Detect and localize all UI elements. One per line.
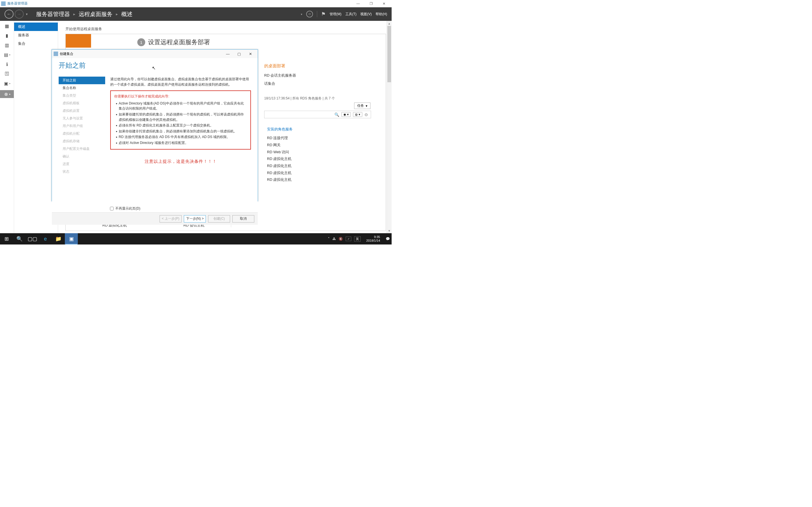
header-chevron-icon[interactable]: ▾ bbox=[301, 13, 302, 16]
breadcrumb-item[interactable]: 远程桌面服务 bbox=[79, 10, 112, 18]
nav-item-overview[interactable]: 概述 bbox=[14, 22, 58, 31]
dont-show-checkbox[interactable] bbox=[110, 207, 114, 210]
chevron-down-icon: ▾ bbox=[366, 104, 367, 108]
menu-view[interactable]: 视图(V) bbox=[360, 12, 371, 17]
all-servers-icon[interactable]: ▥ bbox=[4, 42, 10, 48]
red-note: 注意以上提示，这是先决条件！！！ bbox=[110, 158, 251, 165]
search-icon[interactable]: 🔍 bbox=[335, 112, 339, 117]
task-view-icon[interactable]: ▢▢ bbox=[26, 233, 39, 244]
server-manager-taskbar-icon[interactable]: ▣ bbox=[65, 233, 78, 244]
breadcrumb-sep-icon: ▸ bbox=[73, 12, 75, 16]
modal-maximize-button[interactable]: ▢ bbox=[234, 50, 245, 58]
clock[interactable]: 9:35 2018/1/14 bbox=[363, 235, 383, 242]
requirements-intro: 你需要执行以下操作才能完成此向导: bbox=[114, 94, 247, 99]
cancel-button[interactable]: 取消 bbox=[232, 215, 254, 223]
requirement-item: 必须对 Active Directory 域服务进行相应配置。 bbox=[116, 140, 247, 146]
wizard-page-heading: 开始之前 bbox=[59, 61, 251, 70]
wizard-step: 用户配置文件磁盘 bbox=[59, 145, 105, 153]
window-maximize-button[interactable]: ❐ bbox=[364, 0, 377, 7]
wizard-step: 虚拟机设置 bbox=[59, 107, 105, 115]
roles-column-header[interactable]: 安装的角色服务 bbox=[267, 127, 382, 132]
filter-chip[interactable]: ◉ ▾ bbox=[342, 112, 351, 117]
network-icon[interactable]: 🖧 bbox=[333, 237, 336, 241]
vertical-scrollbar[interactable]: ▲ ▼ bbox=[387, 21, 392, 233]
orange-tile bbox=[66, 34, 91, 48]
wizard-step[interactable]: 开始之前 bbox=[59, 76, 105, 84]
local-server-icon[interactable]: ▮ bbox=[4, 33, 10, 38]
ime-icon[interactable]: ♂ bbox=[346, 237, 351, 241]
icon-rail: ▦ ▮ ▥ ▤▸ ℹ ⚿ ▣▸ ⊗▸ bbox=[0, 21, 14, 233]
nav-header: ← → ▼ 服务器管理器 ▸ 远程桌面服务 ▸ 概述 ▾ ⟳ ⚑ 管理(M) 工… bbox=[0, 7, 392, 21]
scroll-up-icon[interactable]: ▲ bbox=[387, 21, 392, 26]
nav-dropdown-icon[interactable]: ▼ bbox=[26, 13, 28, 16]
role-item[interactable]: RD 连接代理 bbox=[267, 135, 382, 142]
app-icon bbox=[1, 1, 6, 6]
menu-tools[interactable]: 工具(T) bbox=[345, 12, 356, 17]
explorer-icon[interactable]: 📁 bbox=[52, 233, 65, 244]
rd-icon[interactable]: ▣ bbox=[3, 80, 9, 86]
modal-close-button[interactable]: ✕ bbox=[245, 50, 256, 58]
back-button[interactable]: ← bbox=[4, 10, 13, 18]
scroll-thumb[interactable] bbox=[388, 26, 391, 82]
nav-item-collections[interactable]: 集合 bbox=[14, 40, 58, 48]
ie-icon[interactable]: e bbox=[39, 233, 52, 244]
iis-icon[interactable]: ℹ bbox=[4, 61, 10, 67]
filter-chip[interactable]: ◍ ▾ bbox=[353, 112, 362, 117]
volume-icon[interactable]: 🔇 bbox=[339, 237, 343, 241]
dashboard-icon[interactable]: ▦ bbox=[4, 23, 10, 29]
breadcrumb-item[interactable]: 服务器管理器 bbox=[36, 10, 70, 18]
intro-text: 通过使用此向导，你可以创建虚拟桌面集合。虚拟桌面集合包含基于虚拟机的桌面部署中使… bbox=[110, 76, 251, 87]
modal-app-icon bbox=[54, 52, 58, 56]
filter-row: 🔍 ◉ ▾ ◍ ▾ ⊙ bbox=[264, 111, 371, 118]
menu-manage[interactable]: 管理(M) bbox=[329, 12, 342, 17]
window-titlebar: 服务器管理器 — ❐ ✕ bbox=[0, 0, 392, 7]
tray-up-icon[interactable]: ˄ bbox=[328, 237, 329, 241]
wizard-step: 用户和用户组 bbox=[59, 122, 105, 130]
expand-icon[interactable]: ▸ bbox=[9, 82, 11, 85]
requirements-box: 你需要执行以下操作才能完成此向导: Active Directory 域服务(A… bbox=[110, 91, 251, 149]
requirement-item: 必须在所有 RD 虚拟化主机服务器上配置至少一个虚拟交换机。 bbox=[116, 123, 247, 128]
wizard-footer: < 上一步(P) 下一步(N) > 创建(C) 取消 bbox=[52, 212, 258, 225]
notifications-flag-icon[interactable]: ⚑ bbox=[321, 11, 326, 17]
expand-icon[interactable]: ▸ bbox=[9, 53, 11, 56]
separator bbox=[317, 11, 317, 17]
role-item[interactable]: RD 虚拟化主机 bbox=[267, 163, 382, 170]
breadcrumb-sep-icon: ▸ bbox=[116, 12, 118, 16]
role-item[interactable]: RD 虚拟化主机 bbox=[267, 176, 382, 183]
wizard-step: 虚拟机分配 bbox=[59, 130, 105, 137]
wizard-step[interactable]: 集合名称 bbox=[59, 84, 105, 92]
expand-all-icon[interactable]: ⊙ bbox=[364, 112, 368, 117]
tasks-dropdown[interactable]: 任务▾ bbox=[354, 103, 370, 109]
refresh-icon[interactable]: ⟳ bbox=[306, 11, 313, 17]
search-icon[interactable]: 🔍 bbox=[13, 233, 26, 244]
dont-show-label: 不再显示此页(D) bbox=[115, 206, 140, 211]
filter-input[interactable] bbox=[267, 113, 332, 117]
nav-panel: 概述 服务器 集合 bbox=[14, 21, 58, 233]
role-item[interactable]: RD Web 访问 bbox=[267, 149, 382, 156]
create-collection-wizard: 创建集合 — ▢ ✕ 开始之前 开始之前 集合名称 集合类型 虚拟机模板 虚拟机… bbox=[52, 49, 258, 202]
next-button[interactable]: 下一步(N) > bbox=[184, 215, 206, 223]
nav-item-servers[interactable]: 服务器 bbox=[14, 31, 58, 40]
role-item[interactable]: RD 虚拟化主机 bbox=[267, 170, 382, 177]
rds-icon[interactable]: ⊗ bbox=[3, 91, 9, 97]
role-item[interactable]: RD 虚拟化主机 bbox=[267, 156, 382, 163]
expand-icon[interactable]: ▸ bbox=[9, 93, 11, 96]
action-center-icon[interactable]: 💬 bbox=[386, 237, 390, 241]
scroll-down-icon[interactable]: ▼ bbox=[387, 228, 392, 233]
breadcrumb: 服务器管理器 ▸ 远程桌面服务 ▸ 概述 bbox=[36, 10, 301, 18]
start-button[interactable]: ⊞ bbox=[0, 233, 13, 244]
nap-icon[interactable]: ⚿ bbox=[4, 71, 10, 76]
step1-heading: 1 设置远程桌面服务部署 bbox=[137, 38, 382, 47]
role-item[interactable]: RD 网关 bbox=[267, 142, 382, 149]
window-minimize-button[interactable]: — bbox=[352, 0, 364, 7]
window-close-button[interactable]: ✕ bbox=[377, 0, 391, 7]
breadcrumb-item[interactable]: 概述 bbox=[121, 10, 133, 18]
roles-list: RD 连接代理 RD 网关 RD Web 访问 RD 虚拟化主机 RD 虚拟化主… bbox=[267, 135, 382, 183]
step-number-badge: 1 bbox=[137, 38, 145, 46]
meta-line: 18/1/13 17:36:54 | 所有 RDS 角色服务 | 共 7 个 bbox=[264, 96, 382, 101]
modal-minimize-button[interactable]: — bbox=[222, 50, 234, 58]
menu-help[interactable]: 帮助(H) bbox=[375, 12, 387, 17]
file-services-icon[interactable]: ▤ bbox=[3, 52, 9, 57]
language-indicator[interactable]: 英 bbox=[354, 236, 361, 242]
forward-button[interactable]: → bbox=[15, 10, 24, 18]
